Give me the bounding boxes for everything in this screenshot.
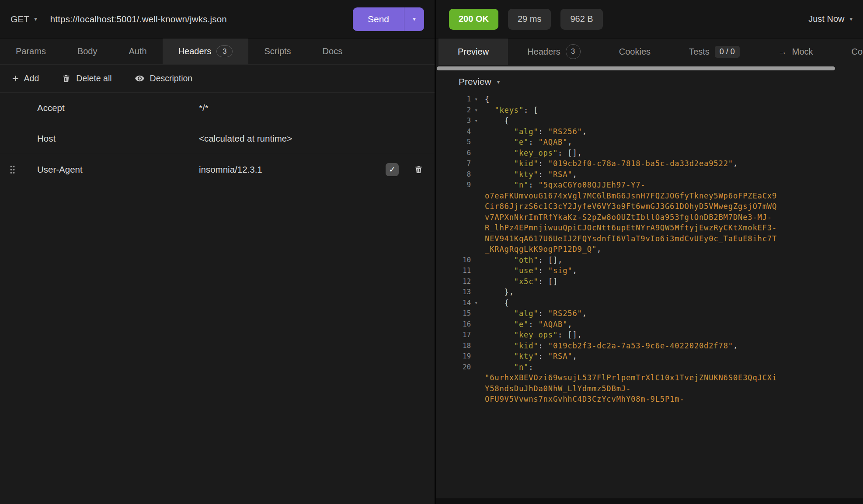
token-punctuation: , bbox=[582, 127, 587, 136]
token-key: "oth" bbox=[514, 256, 539, 264]
response-tab-headers[interactable]: Headers3 bbox=[508, 38, 600, 65]
request-tab-params[interactable]: Params bbox=[0, 38, 62, 64]
fold-arrow-icon[interactable]: ▾ bbox=[471, 94, 481, 105]
fold-spacer bbox=[471, 169, 481, 180]
line-number: 18 bbox=[463, 341, 471, 351]
token-punctuation bbox=[485, 341, 514, 350]
token-punctuation bbox=[485, 106, 494, 115]
request-tab-body[interactable]: Body bbox=[62, 38, 113, 64]
response-size-badge: 962 B bbox=[560, 9, 602, 30]
line-number: 15 bbox=[463, 308, 471, 319]
delete-header-button[interactable] bbox=[414, 165, 423, 174]
request-tab-docs[interactable]: Docs bbox=[307, 38, 358, 64]
token-string: "RSA" bbox=[548, 170, 573, 179]
fold-spacer bbox=[471, 265, 481, 276]
history-label: Just Now bbox=[808, 14, 844, 24]
code-line: 20 "n": "6urhxXBEVOzi69wsujL537FlPrlpemT… bbox=[436, 362, 863, 405]
toggle-description-button[interactable]: Description bbox=[135, 73, 193, 83]
token-string: "019cb2f0-c78a-7818-ba5c-da33d2ea9522" bbox=[548, 159, 733, 168]
response-time-badge: 29 ms bbox=[508, 9, 551, 30]
response-tab-mock[interactable]: →Mock bbox=[759, 38, 832, 65]
checkmark-icon: ✓ bbox=[389, 165, 395, 174]
send-options-button[interactable]: ▾ bbox=[404, 7, 424, 31]
code-line: 3▾ { bbox=[436, 115, 863, 126]
token-punctuation: , bbox=[572, 170, 577, 179]
token-key: "kty" bbox=[514, 352, 539, 361]
token-punctuation: : bbox=[539, 266, 548, 275]
fold-arrow-icon[interactable]: ▾ bbox=[471, 115, 481, 126]
response-history-dropdown[interactable]: Just Now ▾ bbox=[808, 14, 853, 24]
add-header-button[interactable]: + Add bbox=[12, 73, 39, 84]
token-punctuation: : [ bbox=[524, 106, 538, 115]
request-tab-auth[interactable]: Auth bbox=[113, 38, 163, 64]
request-tab-headers[interactable]: Headers3 bbox=[163, 38, 249, 64]
token-punctuation: : [] bbox=[539, 277, 558, 286]
header-row: Host<calculated at runtime> bbox=[0, 123, 435, 154]
fold-arrow-icon[interactable]: ▾ bbox=[471, 105, 481, 116]
send-split-button: Send ▾ bbox=[353, 7, 424, 31]
preview-mode-dropdown[interactable]: Preview ▾ bbox=[459, 76, 500, 87]
header-enabled-checkbox[interactable]: ✓ bbox=[386, 163, 399, 176]
send-button[interactable]: Send bbox=[353, 7, 404, 31]
token-punctuation: : bbox=[529, 181, 538, 189]
tab-label: Scripts bbox=[264, 46, 291, 56]
line-gutter: 19 bbox=[436, 351, 481, 362]
response-body-editor[interactable]: 1▾{2▾ "keys": [3▾ {4 "alg": "RS256",5 "e… bbox=[436, 93, 863, 504]
token-punctuation: : [], bbox=[558, 330, 582, 339]
code-line: 4 "alg": "RS256", bbox=[436, 126, 863, 137]
header-name-cell[interactable]: User-Agent bbox=[37, 164, 199, 175]
url-input[interactable]: https://localhost:5001/.well-known/jwks.… bbox=[50, 14, 227, 24]
header-value-cell[interactable]: <calculated at runtime> bbox=[199, 133, 435, 144]
fold-spacer bbox=[471, 126, 481, 137]
method-dropdown[interactable]: GET ▾ bbox=[10, 14, 37, 24]
request-headers-list: Accept*/*Host<calculated at runtime>User… bbox=[0, 93, 435, 504]
header-name-cell[interactable]: Accept bbox=[37, 103, 199, 113]
line-gutter: 16 bbox=[436, 319, 481, 330]
fold-spacer bbox=[471, 148, 481, 159]
token-punctuation: , bbox=[572, 266, 577, 275]
token-punctuation bbox=[485, 138, 514, 146]
line-number: 4 bbox=[467, 126, 471, 137]
response-tab-console[interactable]: Console bbox=[832, 38, 863, 65]
response-status-bar: 200 OK 29 ms 962 B Just Now ▾ bbox=[436, 0, 863, 38]
drag-handle-icon[interactable] bbox=[10, 165, 15, 174]
tab-label: Mock bbox=[792, 47, 813, 57]
token-key: "keys" bbox=[494, 106, 524, 115]
fold-spacer bbox=[471, 341, 481, 351]
token-punctuation: , bbox=[582, 309, 587, 318]
line-gutter: 17 bbox=[436, 330, 481, 341]
code-line: 10 "oth": [], bbox=[436, 255, 863, 266]
response-tab-preview[interactable]: Preview bbox=[438, 38, 508, 65]
tabs-scrollbar-thumb[interactable] bbox=[437, 66, 835, 70]
token-punctuation: : [], bbox=[558, 149, 582, 157]
delete-all-button[interactable]: Delete all bbox=[62, 73, 111, 83]
header-row: Accept*/* bbox=[0, 93, 435, 123]
response-tab-tests[interactable]: Tests0 / 0 bbox=[670, 38, 759, 65]
line-number: 3 bbox=[467, 115, 471, 126]
response-tab-cookies[interactable]: Cookies bbox=[600, 38, 670, 65]
line-number: 2 bbox=[467, 105, 471, 116]
code-line-text: "e": "AQAB", bbox=[485, 137, 779, 148]
code-line: 17 "key_ops": [], bbox=[436, 330, 863, 341]
code-line: 1▾{ bbox=[436, 94, 863, 105]
tab-count-badge: 3 bbox=[216, 45, 233, 57]
tab-label: Cookies bbox=[619, 47, 651, 57]
fold-spacer bbox=[471, 351, 481, 362]
code-line-text: "n": "6urhxXBEVOzi69wsujL537FlPrlpemTrXl… bbox=[485, 362, 779, 405]
line-number: 6 bbox=[467, 148, 471, 159]
header-name-cell[interactable]: Host bbox=[37, 133, 199, 144]
code-line: 16 "e": "AQAB", bbox=[436, 319, 863, 330]
header-value-cell[interactable]: insomnia/12.3.1 bbox=[199, 164, 435, 175]
code-scrollbar-track[interactable] bbox=[436, 498, 863, 504]
code-line-text: "oth": [], bbox=[485, 255, 779, 266]
header-value-cell[interactable]: */* bbox=[199, 103, 435, 113]
token-key: "key_ops" bbox=[514, 330, 558, 339]
code-line: 8 "kty": "RSA", bbox=[436, 169, 863, 180]
chevron-down-icon: ▾ bbox=[849, 16, 853, 22]
token-punctuation bbox=[485, 266, 514, 275]
method-label: GET bbox=[10, 14, 29, 24]
request-tab-scripts[interactable]: Scripts bbox=[248, 38, 306, 64]
token-key: "kty" bbox=[514, 170, 539, 179]
request-url-bar: GET ▾ https://localhost:5001/.well-known… bbox=[0, 0, 435, 38]
fold-arrow-icon[interactable]: ▾ bbox=[471, 298, 481, 309]
